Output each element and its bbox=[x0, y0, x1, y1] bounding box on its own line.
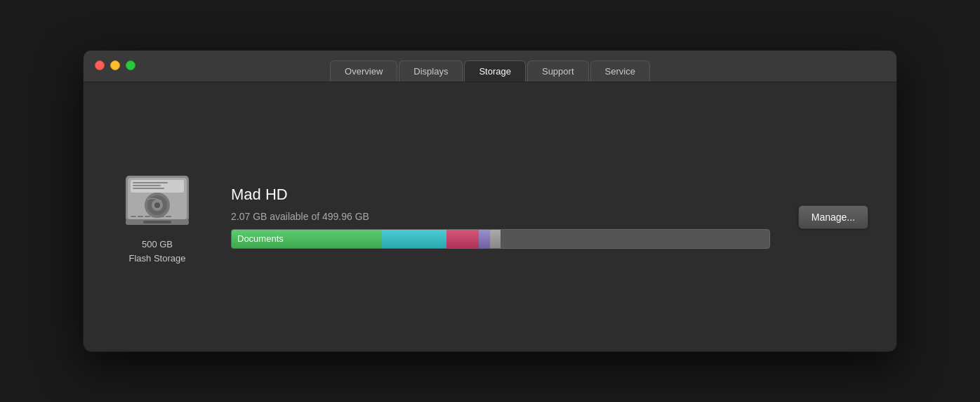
content-area: 500 GB Flash Storage Mad HD 2.07 GB avai… bbox=[84, 82, 896, 351]
bar-photos bbox=[446, 230, 479, 248]
drive-name: Mad HD bbox=[231, 186, 770, 204]
manage-button[interactable]: Manage... bbox=[798, 205, 868, 229]
tab-support[interactable]: Support bbox=[527, 60, 589, 82]
tab-displays[interactable]: Displays bbox=[399, 60, 463, 82]
bar-documents: Documents bbox=[232, 230, 382, 248]
manage-button-container: Manage... bbox=[798, 205, 868, 229]
svg-rect-11 bbox=[138, 216, 143, 217]
tab-overview[interactable]: Overview bbox=[330, 60, 397, 82]
bar-other bbox=[479, 230, 489, 248]
storage-bar: Documents bbox=[231, 229, 770, 249]
svg-rect-13 bbox=[152, 216, 157, 217]
svg-rect-14 bbox=[159, 216, 164, 217]
main-window: Overview Displays Storage Support Servic… bbox=[83, 50, 897, 352]
close-button[interactable] bbox=[95, 60, 105, 70]
tab-bar: Overview Displays Storage Support Servic… bbox=[330, 60, 650, 82]
drive-available-text: 2.07 GB available of 499.96 GB bbox=[231, 211, 770, 222]
titlebar: Overview Displays Storage Support Servic… bbox=[84, 51, 896, 82]
bar-purgeable bbox=[490, 230, 501, 248]
drive-icon bbox=[122, 169, 192, 232]
minimize-button[interactable] bbox=[110, 60, 120, 70]
bar-apps bbox=[382, 230, 446, 248]
tab-service[interactable]: Service bbox=[590, 60, 650, 82]
traffic-lights bbox=[95, 60, 135, 70]
maximize-button[interactable] bbox=[126, 60, 135, 70]
svg-point-9 bbox=[154, 202, 160, 208]
svg-rect-5 bbox=[133, 188, 164, 189]
drive-icon-container: 500 GB Flash Storage bbox=[112, 169, 203, 265]
svg-rect-17 bbox=[143, 221, 171, 223]
svg-rect-10 bbox=[131, 216, 136, 217]
svg-rect-4 bbox=[133, 185, 161, 186]
svg-rect-15 bbox=[166, 216, 171, 217]
bar-free bbox=[501, 230, 769, 248]
drive-size-label: 500 GB Flash Storage bbox=[129, 238, 186, 265]
tab-storage[interactable]: Storage bbox=[464, 60, 526, 82]
drive-info: Mad HD 2.07 GB available of 499.96 GB Do… bbox=[231, 186, 770, 249]
svg-rect-3 bbox=[133, 182, 168, 183]
svg-rect-12 bbox=[145, 216, 150, 217]
